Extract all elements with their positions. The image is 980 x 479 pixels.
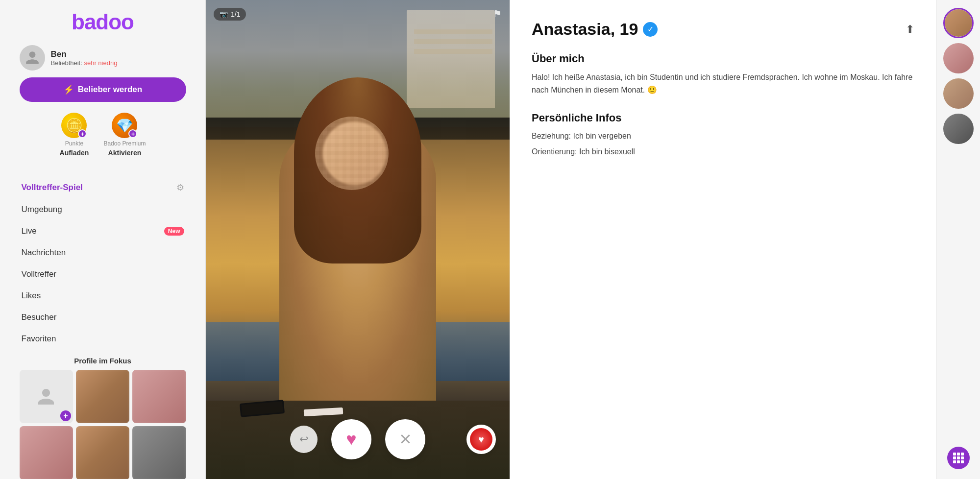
building — [407, 10, 495, 108]
grid-dot — [961, 456, 964, 459]
action-buttons: ↩ ♥ ✕ ♥ — [206, 419, 510, 459]
premium-label-top: Badoo Premium — [103, 140, 146, 147]
nope-button[interactable]: ✕ — [385, 419, 425, 459]
grid-dot — [961, 453, 964, 455]
empty-user-icon — [36, 387, 56, 407]
premium-item[interactable]: 💎 + Badoo Premium Aktivieren — [103, 113, 146, 157]
nav-label-favoriten: Favoriten — [22, 334, 56, 344]
sidebar: badoo Ben Beliebtheit: sehr niedrig ⚡ Be… — [0, 0, 206, 479]
right-thumb-img-3 — [943, 78, 974, 109]
profile-thumb-2[interactable] — [132, 370, 186, 423]
right-thumb-2[interactable] — [943, 43, 974, 73]
photo-overlay-top: 📷 1/1 — [214, 8, 246, 21]
nav-item-favoriten[interactable]: Favoriten — [20, 328, 186, 350]
grid-button[interactable] — [947, 447, 970, 469]
beziehung-row: Beziehung: Ich bin vergeben — [532, 130, 914, 142]
verified-badge: ✓ — [643, 22, 658, 37]
nav-label-volltreffer-spiel: Volltreffer-Spiel — [22, 183, 83, 192]
nav-label-live: Live — [22, 226, 37, 236]
premium-plus: + — [128, 129, 137, 138]
personal-title: Persönliche Infos — [532, 112, 914, 124]
nav-item-umgebung[interactable]: Umgebung — [20, 199, 186, 220]
photo-area: 📷 1/1 ⚑ ↩ ♥ ✕ ♥ — [206, 0, 510, 479]
grid-dot — [953, 456, 956, 459]
nav-item-volltreffer[interactable]: Volltreffer — [20, 263, 186, 285]
punkte-plus: + — [78, 129, 87, 138]
orientierung-value: Ich bin bisexuell — [579, 147, 635, 156]
premium-icon-wrap: 💎 + — [112, 113, 137, 138]
profiles-fokus-section: Profile im Fokus + — [20, 357, 186, 479]
nav-item-volltreffer-spiel[interactable]: Volltreffer-Spiel ⚙ — [20, 176, 186, 199]
profiles-fokus-title: Profile im Fokus — [20, 357, 186, 365]
nav-item-live[interactable]: Live New — [20, 220, 186, 242]
building-detail3 — [414, 49, 492, 54]
coins-row: 🪙 + Punkte Aufladen 💎 + Badoo Premium Ak… — [60, 113, 146, 157]
profile-blur-3 — [20, 426, 73, 479]
user-icon — [24, 50, 40, 66]
profile-name-text: Anastasia — [532, 20, 611, 38]
building-detail2 — [414, 39, 492, 44]
superlike-inner: ♥ — [470, 428, 492, 451]
camera-icon: 📷 — [220, 10, 228, 18]
nav-item-likes[interactable]: Likes — [20, 285, 186, 307]
building-detail — [414, 29, 492, 34]
right-thumb-3[interactable] — [943, 78, 974, 109]
app-logo: badoo — [72, 10, 134, 34]
like-icon: ♥ — [346, 429, 356, 450]
punkte-icon-wrap: 🪙 + — [61, 113, 87, 138]
profile-thumb-empty[interactable]: + — [20, 370, 73, 423]
profile-name-row: Anastasia, 19 ✓ ⬆ — [532, 20, 914, 39]
glasses-container — [240, 402, 284, 415]
face-pixelate — [315, 117, 389, 190]
nav-label-nachrichten: Nachrichten — [22, 248, 66, 258]
beliebter-button[interactable]: ⚡ Belieber werden — [20, 77, 186, 102]
right-thumb-img-4 — [943, 114, 974, 144]
about-title: Über mich — [532, 52, 914, 65]
settings-icon[interactable]: ⚙ — [176, 182, 184, 193]
main-content: 📷 1/1 ⚑ ↩ ♥ ✕ ♥ Anast — [206, 0, 980, 479]
beliebtheit-label: Beliebtheit: sehr niedrig — [51, 59, 118, 67]
superlike-button[interactable]: ♥ — [466, 425, 496, 454]
profile-thumb-5[interactable] — [132, 426, 186, 479]
profile-thumb-4[interactable] — [76, 426, 129, 479]
nav-item-nachrichten[interactable]: Nachrichten — [20, 242, 186, 263]
orientierung-label: Orientierung: — [532, 147, 577, 156]
beziehung-value: Ich bin vergeben — [573, 132, 631, 140]
flag-icon: ⚑ — [493, 8, 502, 20]
profile-age: 19 — [620, 20, 638, 38]
grid-icon — [953, 453, 964, 463]
grid-dot — [957, 456, 960, 459]
right-thumb-active[interactable] — [943, 8, 974, 38]
nav-label-likes: Likes — [22, 291, 41, 301]
profile-thumb-3[interactable] — [20, 426, 73, 479]
like-button[interactable]: ♥ — [331, 419, 371, 459]
nav-label-umgebung: Umgebung — [22, 205, 62, 215]
profile-blur-5 — [132, 426, 186, 479]
about-text: Halo! Ich heiße Anastasia, ich bin Stude… — [532, 71, 914, 96]
right-thumb-4[interactable] — [943, 114, 974, 144]
profile-detail: Anastasia, 19 ✓ ⬆ Über mich Halo! Ich he… — [510, 0, 936, 479]
photo-counter: 📷 1/1 — [214, 8, 246, 21]
user-info: Ben Beliebtheit: sehr niedrig — [51, 49, 118, 67]
beliebtheit-value: sehr niedrig — [84, 59, 117, 67]
user-name: Ben — [51, 49, 118, 59]
beziehung-label: Beziehung: — [532, 132, 571, 140]
superlike-heart-icon: ♥ — [478, 434, 484, 445]
profile-thumb-1[interactable] — [76, 370, 129, 423]
nav-label-volltreffer: Volltreffer — [22, 269, 57, 279]
punkte-item[interactable]: 🪙 + Punkte Aufladen — [60, 113, 89, 157]
right-thumb-img-1 — [945, 9, 972, 37]
profile-name: Anastasia, 19 — [532, 20, 638, 39]
photo-count: 1/1 — [231, 10, 240, 18]
avatar[interactable] — [20, 45, 45, 71]
beliebter-label: Belieber werden — [78, 85, 142, 95]
profiles-grid: + — [20, 370, 186, 479]
nav-label-besucher: Besucher — [22, 312, 57, 322]
grid-dot — [957, 453, 960, 455]
profile-blur-1 — [76, 370, 129, 423]
share-button[interactable]: ⬆ — [906, 23, 914, 36]
nav-item-besucher[interactable]: Besucher — [20, 307, 186, 328]
back-button[interactable]: ↩ — [290, 426, 318, 453]
live-badge: New — [164, 227, 184, 236]
grid-dot — [961, 460, 964, 463]
